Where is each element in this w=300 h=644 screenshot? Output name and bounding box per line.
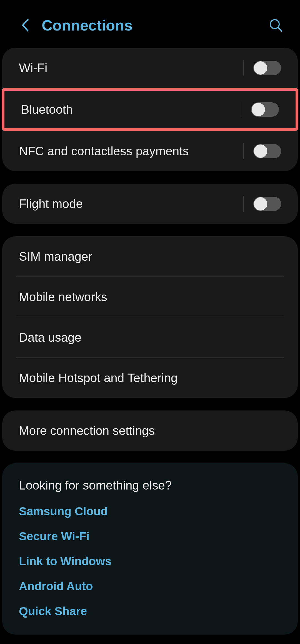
toggle-knob — [254, 144, 267, 158]
sim-manager-row[interactable]: SIM manager — [2, 236, 298, 277]
settings-group: Wi-Fi Bluetooth NFC and contactless paym… — [2, 48, 298, 171]
nfc-toggle[interactable] — [253, 144, 281, 158]
row-label: More connection settings — [19, 424, 281, 438]
link-samsung-cloud[interactable]: Samsung Cloud — [19, 505, 281, 518]
row-label: Wi-Fi — [19, 61, 243, 75]
settings-group: More connection settings — [2, 410, 298, 451]
settings-group: SIM manager Mobile networks Data usage M… — [2, 236, 298, 398]
toggle-separator — [243, 143, 244, 159]
wifi-toggle[interactable] — [253, 61, 281, 75]
page-header: Connections — [0, 0, 300, 48]
row-label: Mobile Hotspot and Tethering — [19, 371, 281, 385]
link-link-to-windows[interactable]: Link to Windows — [19, 555, 281, 568]
row-label: Bluetooth — [21, 103, 241, 116]
toggle-separator — [243, 196, 244, 212]
bluetooth-row[interactable]: Bluetooth — [4, 91, 296, 128]
svg-line-1 — [278, 27, 282, 31]
flight-mode-toggle[interactable] — [253, 197, 281, 211]
page-title: Connections — [42, 17, 268, 34]
mobile-networks-row[interactable]: Mobile networks — [2, 277, 298, 317]
back-button[interactable] — [18, 18, 32, 32]
row-label: Flight mode — [19, 197, 243, 211]
link-secure-wifi[interactable]: Secure Wi-Fi — [19, 530, 281, 543]
nfc-row[interactable]: NFC and contactless payments — [2, 131, 298, 171]
wifi-row[interactable]: Wi-Fi — [2, 48, 298, 88]
row-label: NFC and contactless payments — [19, 144, 243, 158]
chevron-left-icon — [21, 19, 29, 32]
settings-group: Flight mode — [2, 184, 298, 224]
row-label: Mobile networks — [19, 290, 281, 304]
mobile-hotspot-row[interactable]: Mobile Hotspot and Tethering — [2, 358, 298, 398]
toggle-knob — [254, 197, 267, 211]
bluetooth-toggle[interactable] — [251, 102, 279, 117]
bluetooth-highlight: Bluetooth — [2, 88, 298, 131]
toggle-knob — [252, 103, 265, 116]
flight-mode-row[interactable]: Flight mode — [2, 184, 298, 224]
search-button[interactable] — [268, 18, 283, 33]
link-quick-share[interactable]: Quick Share — [19, 605, 281, 618]
toggle-separator — [241, 102, 241, 117]
data-usage-row[interactable]: Data usage — [2, 317, 298, 358]
more-connection-settings-row[interactable]: More connection settings — [2, 410, 298, 451]
row-label: Data usage — [19, 331, 281, 344]
row-label: SIM manager — [19, 250, 281, 263]
link-android-auto[interactable]: Android Auto — [19, 580, 281, 593]
toggle-separator — [243, 60, 244, 76]
related-heading: Looking for something else? — [19, 478, 281, 492]
toggle-knob — [254, 61, 267, 75]
related-links-card: Looking for something else? Samsung Clou… — [2, 463, 298, 635]
search-icon — [269, 18, 283, 32]
